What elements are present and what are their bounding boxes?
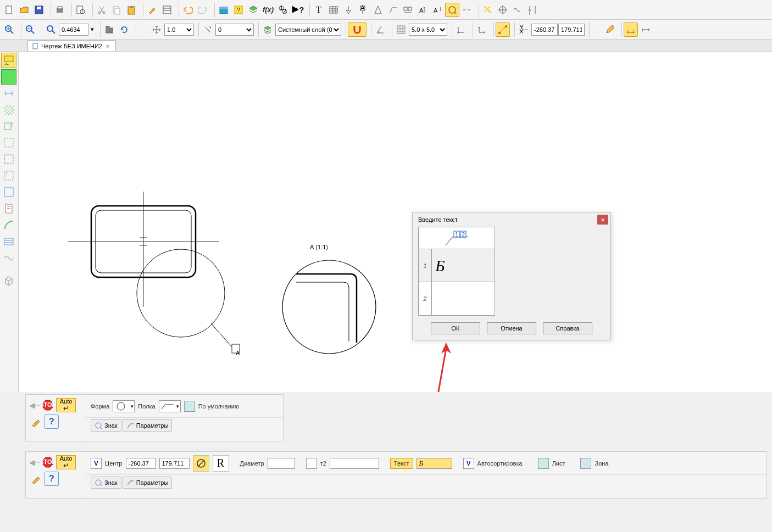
text-tool-icon[interactable]: T (312, 3, 326, 17)
edit-icon[interactable] (603, 23, 617, 37)
edit-tool-icon[interactable] (1, 119, 16, 134)
hatch-tool-icon[interactable] (1, 102, 16, 117)
tab-params-1[interactable]: Параметры (123, 419, 173, 432)
tab-sign-1[interactable]: Знак (91, 419, 121, 432)
report-tool-icon[interactable] (1, 201, 16, 216)
tab-sign-2[interactable]: Знак (91, 477, 121, 489)
center-x-input[interactable] (126, 458, 156, 469)
position-icon[interactable]: A (415, 3, 430, 17)
coord-system-icon[interactable] (475, 23, 489, 37)
coord-y-input[interactable] (558, 24, 585, 36)
detail-view-icon[interactable] (445, 3, 459, 17)
green-tool-icon[interactable] (1, 69, 16, 85)
geometry-tool-icon[interactable] (1, 53, 16, 68)
cancel-button[interactable]: Отмена (487, 322, 536, 334)
select-tool-icon[interactable] (1, 168, 16, 183)
numbering-icon[interactable]: 12 (276, 3, 290, 17)
refresh-icon[interactable] (117, 23, 131, 37)
tolerance-icon[interactable] (371, 3, 385, 17)
help-button[interactable]: Справка (543, 322, 592, 334)
grid-icon[interactable] (394, 23, 408, 37)
document-tab[interactable]: Чертеж БЕЗ ИМЕНИ2 × (27, 40, 116, 51)
library-icon[interactable] (216, 3, 231, 17)
row-1-value[interactable]: Б (432, 249, 495, 282)
text-input[interactable] (416, 458, 452, 469)
spec-tool-icon[interactable] (1, 184, 16, 200)
brush-icon[interactable] (145, 3, 159, 17)
default-toggle[interactable] (184, 401, 195, 412)
snap-move-icon[interactable] (149, 23, 164, 37)
grid-select[interactable]: 5.0 x 5.0 (409, 24, 447, 36)
print-icon[interactable] (53, 3, 67, 17)
coord-input-icon[interactable]: YX (516, 23, 531, 37)
dimension-tool-icon[interactable] (1, 86, 16, 101)
coord-x-input[interactable] (531, 24, 558, 36)
autosort-checkbox[interactable]: V (463, 458, 474, 469)
drawing-canvas[interactable]: А А (1:1) (19, 52, 772, 392)
paste-icon[interactable] (124, 3, 138, 17)
auto-create-icon[interactable]: Auto↵ (56, 398, 76, 412)
copy-props-icon[interactable] (29, 415, 43, 429)
center-mark-icon[interactable] (496, 3, 510, 17)
param-tool-icon[interactable] (1, 135, 16, 150)
tab-close-icon[interactable]: × (104, 43, 111, 49)
open-icon[interactable] (17, 3, 31, 17)
auto-create-icon-2[interactable]: Auto↵ (56, 455, 76, 469)
redo-icon[interactable] (196, 3, 210, 17)
help-icon[interactable]: ? (231, 3, 246, 17)
measure-tool-icon[interactable] (1, 152, 16, 167)
layer-manager-icon[interactable] (260, 23, 275, 37)
rebuild-icon[interactable] (102, 23, 116, 37)
undo-icon[interactable] (181, 3, 195, 17)
ortho-icon[interactable] (454, 23, 468, 37)
copy-icon[interactable] (109, 3, 124, 17)
t2-checkbox[interactable] (306, 458, 317, 469)
stop-icon-2[interactable]: STOP (41, 455, 55, 469)
fx-icon[interactable]: f(x) (261, 3, 275, 17)
layer-select[interactable]: Системный слой (0) (275, 24, 341, 36)
stop-icon[interactable]: STOP (41, 398, 55, 412)
tab-params-2[interactable]: Параметры (123, 477, 173, 489)
angle-icon[interactable] (373, 23, 387, 37)
save-icon[interactable] (32, 3, 46, 17)
copy-props-icon-2[interactable] (29, 472, 43, 486)
t2-input[interactable] (330, 458, 379, 469)
center-y-input[interactable] (159, 458, 190, 469)
preview-icon[interactable] (74, 3, 88, 17)
centerline-icon[interactable] (460, 3, 474, 17)
dimension-linear-icon[interactable] (638, 23, 653, 37)
arc-tool-icon[interactable] (1, 217, 16, 233)
ok-button[interactable]: ОК (431, 322, 480, 334)
table-vtool-icon[interactable] (1, 234, 16, 249)
ledge-selector[interactable]: ▾ (159, 400, 181, 412)
zoom-value-input[interactable] (59, 24, 88, 36)
shift-icon[interactable] (201, 23, 215, 37)
diameter-input[interactable] (268, 458, 295, 469)
scale-select[interactable]: 1.0 (164, 24, 194, 36)
zone-toggle[interactable] (580, 458, 591, 469)
wave-icon[interactable] (510, 3, 525, 17)
break-line-icon[interactable] (525, 3, 540, 17)
3d-tool-icon[interactable] (1, 273, 16, 289)
help-panel-icon[interactable]: ? (45, 415, 59, 429)
offset-select[interactable]: 0 (215, 24, 254, 36)
properties-icon[interactable] (160, 3, 174, 17)
mark-icon[interactable] (401, 3, 415, 17)
dialog-close-icon[interactable]: ✕ (597, 215, 608, 225)
sine-tool-icon[interactable] (1, 250, 16, 266)
new-icon[interactable] (2, 3, 16, 17)
sheet-toggle[interactable] (538, 458, 549, 469)
zoom-out-icon[interactable] (23, 23, 37, 37)
autosize-icon[interactable] (481, 3, 495, 17)
shape-selector[interactable]: ▾ (113, 400, 135, 412)
leader-icon[interactable] (386, 3, 400, 17)
snap-points-icon[interactable] (496, 23, 510, 37)
row-2-value[interactable] (432, 282, 495, 315)
cut-icon[interactable] (95, 3, 109, 17)
zoom-in-icon[interactable] (2, 23, 16, 37)
datum-icon[interactable] (341, 3, 356, 17)
change-icon[interactable]: A↓ (430, 3, 445, 17)
layers-icon[interactable] (246, 3, 260, 17)
zoom-scale-icon[interactable] (44, 23, 58, 37)
whatsthis-icon[interactable]: ⯈? (291, 3, 305, 17)
